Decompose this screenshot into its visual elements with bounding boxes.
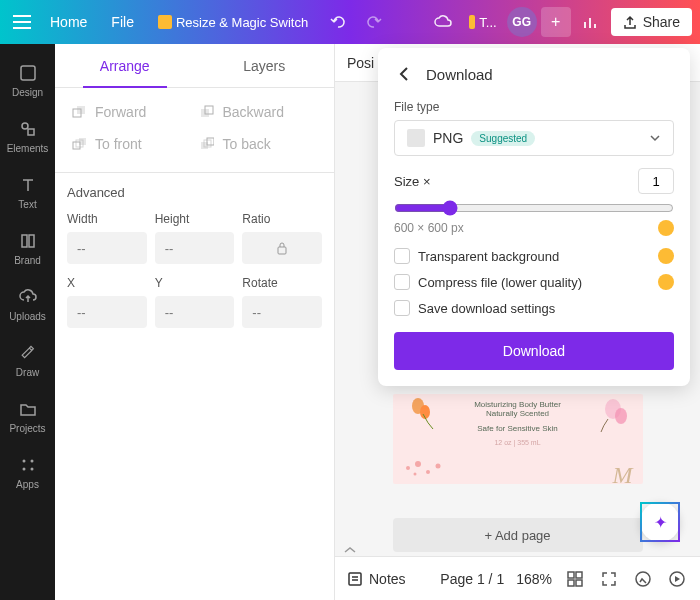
tab-arrange[interactable]: Arrange	[55, 44, 195, 87]
compress-label: Compress file (lower quality)	[418, 275, 650, 290]
file-menu[interactable]: File	[101, 8, 144, 36]
to-back-label: To back	[223, 136, 271, 152]
elements-icon	[18, 119, 38, 139]
backward-icon	[199, 104, 215, 120]
sidebar-item-label: Draw	[16, 367, 39, 378]
height-input[interactable]	[155, 232, 235, 264]
transparent-checkbox[interactable]	[394, 248, 410, 264]
card-size: 12 oz | 355 mL	[494, 439, 540, 446]
file-type-label: File type	[394, 100, 674, 114]
rotate-input[interactable]	[242, 296, 322, 328]
draw-icon	[18, 343, 38, 363]
size-slider[interactable]	[394, 200, 674, 216]
sidebar-item-brand[interactable]: Brand	[0, 220, 55, 276]
sidebar-item-label: Projects	[9, 423, 45, 434]
backward-button[interactable]: Backward	[195, 96, 323, 128]
try-pro-label: T...	[479, 15, 496, 30]
share-button[interactable]: Share	[611, 8, 692, 36]
card-line3: Safe for Sensitive Skin	[477, 424, 557, 433]
tab-layers[interactable]: Layers	[195, 44, 335, 87]
help-icon[interactable]	[632, 568, 654, 590]
svg-rect-19	[278, 247, 286, 254]
save-settings-label: Save download settings	[418, 301, 674, 316]
sidebar-item-apps[interactable]: Apps	[0, 444, 55, 500]
sidebar-item-label: Uploads	[9, 311, 46, 322]
notes-button[interactable]: Notes	[347, 571, 406, 587]
share-label: Share	[643, 14, 680, 30]
apps-icon	[18, 455, 38, 475]
to-front-button[interactable]: To front	[67, 128, 195, 160]
redo-icon[interactable]	[358, 6, 390, 38]
forward-button[interactable]: Forward	[67, 96, 195, 128]
size-input[interactable]	[638, 168, 674, 194]
grid-view-icon[interactable]	[564, 568, 586, 590]
flower-decoration-icon	[593, 394, 633, 434]
ai-assistant-button[interactable]	[640, 502, 680, 542]
resize-label: Resize & Magic Switch	[176, 15, 308, 30]
sidebar: Design Elements Text Brand Uploads Draw …	[0, 44, 55, 600]
try-pro-button[interactable]: T...	[463, 11, 503, 34]
crown-icon	[469, 15, 476, 29]
sidebar-item-design[interactable]: Design	[0, 52, 55, 108]
svg-point-5	[22, 459, 25, 462]
lock-icon	[276, 241, 288, 255]
x-input[interactable]	[67, 296, 147, 328]
forward-icon	[71, 104, 87, 120]
analytics-icon[interactable]	[575, 6, 607, 38]
uploads-icon	[18, 287, 38, 307]
left-panel: Arrange Layers Forward Backward To front…	[55, 44, 335, 600]
svg-point-1	[22, 123, 28, 129]
download-button[interactable]: Download	[394, 332, 674, 370]
sidebar-item-draw[interactable]: Draw	[0, 332, 55, 388]
to-back-button[interactable]: To back	[195, 128, 323, 160]
home-link[interactable]: Home	[40, 8, 97, 36]
compress-checkbox[interactable]	[394, 274, 410, 290]
svg-point-24	[406, 466, 410, 470]
svg-rect-0	[21, 66, 35, 80]
cloud-sync-icon[interactable]	[427, 6, 459, 38]
sidebar-item-text[interactable]: Text	[0, 164, 55, 220]
y-input[interactable]	[155, 296, 235, 328]
height-label: Height	[155, 212, 235, 226]
present-icon[interactable]	[666, 568, 688, 590]
fullscreen-icon[interactable]	[598, 568, 620, 590]
backward-label: Backward	[223, 104, 284, 120]
sidebar-item-uploads[interactable]: Uploads	[0, 276, 55, 332]
position-label[interactable]: Posi	[347, 55, 374, 71]
sidebar-item-label: Brand	[14, 255, 41, 266]
avatar[interactable]: GG	[507, 7, 537, 37]
page-indicator[interactable]: Page 1 / 1	[440, 571, 504, 587]
crown-icon	[658, 248, 674, 264]
chevron-down-icon	[649, 134, 661, 142]
width-input[interactable]	[67, 232, 147, 264]
to-back-icon	[199, 136, 215, 152]
forward-label: Forward	[95, 104, 146, 120]
hamburger-icon[interactable]	[8, 8, 36, 36]
upload-icon	[623, 15, 637, 29]
ratio-lock-button[interactable]	[242, 232, 322, 264]
undo-icon[interactable]	[322, 6, 354, 38]
zoom-level[interactable]: 168%	[516, 571, 552, 587]
add-page-button[interactable]: + Add page	[393, 518, 643, 552]
svg-point-28	[413, 473, 416, 476]
back-button[interactable]	[394, 64, 414, 84]
design-card[interactable]: Moisturizing Body Butter Naturally Scent…	[393, 394, 643, 484]
projects-icon	[18, 399, 38, 419]
add-collaborator-button[interactable]: +	[541, 7, 571, 37]
sidebar-item-projects[interactable]: Projects	[0, 388, 55, 444]
save-settings-checkbox[interactable]	[394, 300, 410, 316]
arrange-body: Forward Backward To front To back	[55, 88, 334, 168]
sidebar-item-elements[interactable]: Elements	[0, 108, 55, 164]
collapse-handle[interactable]	[330, 544, 370, 556]
svg-rect-10	[77, 106, 85, 114]
width-label: Width	[67, 212, 147, 226]
resize-button[interactable]: Resize & Magic Switch	[148, 9, 318, 36]
svg-rect-30	[568, 572, 574, 578]
canvas-content: Moisturizing Body Butter Naturally Scent…	[393, 394, 643, 552]
flower-decoration-icon	[403, 394, 443, 434]
panel-tabs: Arrange Layers	[55, 44, 334, 88]
script-decoration: M	[613, 462, 633, 484]
svg-point-26	[426, 470, 430, 474]
file-type-select[interactable]: PNG Suggested	[394, 120, 674, 156]
crown-icon	[658, 274, 674, 290]
